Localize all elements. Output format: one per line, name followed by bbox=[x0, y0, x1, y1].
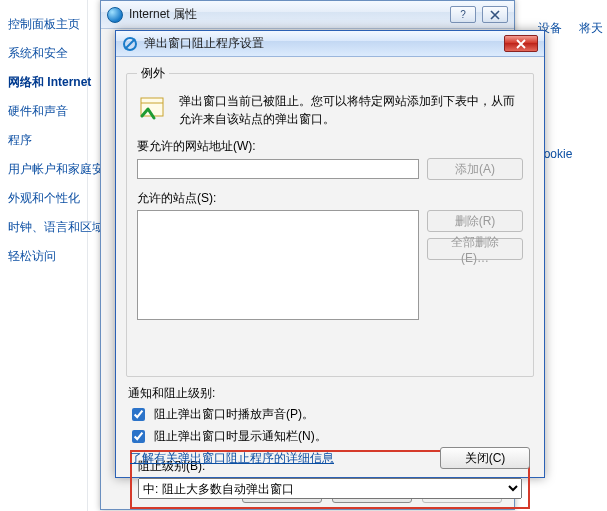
dialog2-title: 弹出窗口阻止程序设置 bbox=[144, 35, 498, 52]
cp-item-ease[interactable]: 轻松访问 bbox=[6, 242, 87, 271]
hint-icon bbox=[137, 92, 169, 124]
close-dialog-button[interactable]: 关闭(C) bbox=[440, 447, 530, 469]
learn-more-link[interactable]: 了解有关弹出窗口阻止程序的详细信息 bbox=[130, 450, 334, 467]
exceptions-legend: 例外 bbox=[137, 65, 169, 82]
dialog2-body: 例外 弹出窗口当前已被阻止。您可以将特定网站添加到下表中，从而允许来自该站点的弹… bbox=[116, 57, 544, 477]
cp-item-home[interactable]: 控制面板主页 bbox=[6, 10, 87, 39]
address-label: 要允许的网站地址(W): bbox=[137, 138, 523, 155]
block-level-select[interactable]: 中: 阻止大多数自动弹出窗口 bbox=[138, 478, 522, 499]
remove-all-button[interactable]: 全部删除(E)… bbox=[427, 238, 523, 260]
cp-item-programs[interactable]: 程序 bbox=[6, 126, 87, 155]
close-button[interactable] bbox=[504, 35, 538, 52]
cp-item-network[interactable]: 网络和 Internet bbox=[6, 68, 87, 97]
popup-blocker-dialog: 弹出窗口阻止程序设置 例外 弹出窗口当前已被阻止。您可以将特定网站添加到下表中，… bbox=[115, 30, 545, 478]
show-bar-checkbox-row[interactable]: 阻止弹出窗口时显示通知栏(N)。 bbox=[128, 427, 532, 446]
control-panel-sidebar: 控制面板主页 系统和安全 网络和 Internet 硬件和声音 程序 用户帐户和… bbox=[0, 0, 88, 511]
dialog1-title: Internet 属性 bbox=[129, 6, 444, 23]
cp-item-appearance[interactable]: 外观和个性化 bbox=[6, 184, 87, 213]
help-button-icon[interactable]: ? bbox=[450, 6, 476, 23]
exceptions-group: 例外 弹出窗口当前已被阻止。您可以将特定网站添加到下表中，从而允许来自该站点的弹… bbox=[126, 65, 534, 377]
allowed-sites-label: 允许的站点(S): bbox=[137, 190, 523, 207]
close-button-icon[interactable] bbox=[482, 6, 508, 23]
allowed-sites-listbox[interactable] bbox=[137, 210, 419, 320]
show-bar-checkbox[interactable] bbox=[132, 430, 145, 443]
play-sound-checkbox[interactable] bbox=[132, 408, 145, 421]
notification-level-label: 通知和阻止级别: bbox=[128, 385, 532, 402]
show-bar-label: 阻止弹出窗口时显示通知栏(N)。 bbox=[154, 428, 327, 445]
hint-row: 弹出窗口当前已被阻止。您可以将特定网站添加到下表中，从而允许来自该站点的弹出窗口… bbox=[137, 88, 523, 136]
dialog2-titlebar: 弹出窗口阻止程序设置 bbox=[116, 31, 544, 57]
privacy-icon bbox=[122, 36, 138, 52]
cp-item-clock[interactable]: 时钟、语言和区域 bbox=[6, 213, 87, 242]
cp-item-users[interactable]: 用户帐户和家庭安 bbox=[6, 155, 87, 184]
hint-text: 弹出窗口当前已被阻止。您可以将特定网站添加到下表中，从而允许来自该站点的弹出窗口… bbox=[179, 92, 523, 128]
link-cookie[interactable]: cookie bbox=[538, 147, 603, 161]
play-sound-checkbox-row[interactable]: 阻止弹出窗口时播放声音(P)。 bbox=[128, 405, 532, 424]
add-button[interactable]: 添加(A) bbox=[427, 158, 523, 180]
address-input[interactable] bbox=[137, 159, 419, 179]
cp-item-system[interactable]: 系统和安全 bbox=[6, 39, 87, 68]
svg-line-1 bbox=[125, 39, 135, 49]
dialog2-footer: 了解有关弹出窗口阻止程序的详细信息 关闭(C) bbox=[116, 447, 544, 469]
link-b[interactable]: 将天 bbox=[579, 21, 603, 35]
cp-item-hardware[interactable]: 硬件和声音 bbox=[6, 97, 87, 126]
remove-button[interactable]: 删除(R) bbox=[427, 210, 523, 232]
dialog1-titlebar: Internet 属性 ? bbox=[101, 1, 514, 29]
globe-icon bbox=[107, 7, 123, 23]
play-sound-label: 阻止弹出窗口时播放声音(P)。 bbox=[154, 406, 314, 423]
